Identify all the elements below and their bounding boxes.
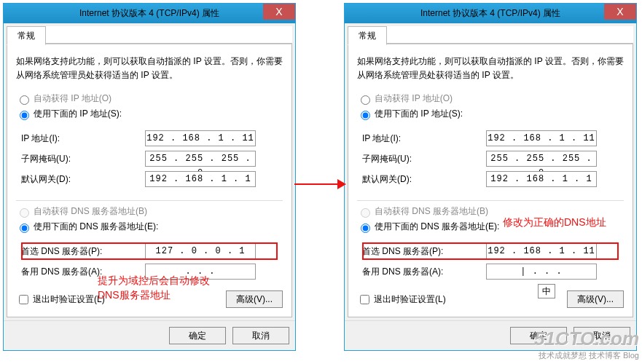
radio-auto-ip-label: 自动获得 IP 地址(O) (34, 92, 111, 105)
close-icon: X (275, 6, 282, 17)
ok-button[interactable]: 确定 (169, 327, 226, 344)
validate-checkbox[interactable] (360, 295, 369, 304)
radio-auto-dns-input (20, 208, 29, 218)
preferred-dns-row-highlight: 首选 DNS 服务器(P): 192 . 168 . 1 . 11 (362, 242, 619, 260)
validate-label: 退出时验证设置(L) (374, 293, 446, 306)
radio-auto-dns-label: 自动获得 DNS 服务器地址(B) (34, 205, 147, 218)
radio-auto-dns-input (361, 208, 370, 218)
dialog-footer: 确定 取消 (4, 320, 295, 350)
validate-checkbox[interactable] (19, 295, 28, 304)
close-button[interactable]: X (604, 4, 636, 20)
radio-manual-ip[interactable]: 使用下面的 IP 地址(S): (16, 108, 283, 120)
subnet-mask-input[interactable]: 255 . 255 . 255 . 0 (145, 151, 256, 167)
radio-manual-ip-input[interactable] (361, 111, 370, 120)
ip-address-input[interactable]: 192 . 168 . 1 . 11 (145, 130, 256, 146)
default-gateway-label: 默认网关(D): (362, 173, 486, 186)
description-text: 如果网络支持此功能，则可以获取自动指派的 IP 设置。否则，你需要从网络系统管理… (16, 55, 283, 82)
titlebar[interactable]: Internet 协议版本 4 (TCP/IPv4) 属性 X (4, 4, 295, 23)
ip-address-label: IP 地址(I): (362, 132, 486, 145)
radio-auto-ip[interactable]: 自动获得 IP 地址(O) (357, 92, 624, 105)
watermark-tagline: 技术成就梦想 技术博客 Blog (534, 350, 639, 361)
radio-manual-dns-input[interactable] (20, 223, 29, 233)
radio-manual-ip-input[interactable] (20, 111, 29, 120)
radio-manual-dns-label: 使用下面的 DNS 服务器地址(E): (34, 221, 158, 233)
preferred-dns-label: 首选 DNS 服务器(P): (21, 245, 145, 258)
alternate-dns-label: 备用 DNS 服务器(A): (362, 266, 486, 278)
tab-strip: 常规 (348, 26, 633, 44)
preferred-dns-row-highlight: 首选 DNS 服务器(P): 127 . 0 . 0 . 1 (21, 242, 278, 260)
radio-manual-ip-label: 使用下面的 IP 地址(S): (375, 108, 463, 120)
advanced-button[interactable]: 高级(V)... (226, 290, 283, 308)
subnet-mask-label: 子网掩码(U): (362, 153, 486, 165)
radio-auto-ip-input[interactable] (20, 95, 29, 105)
arrow-icon (294, 183, 344, 185)
window-title: Internet 协议版本 4 (TCP/IPv4) 属性 (4, 4, 295, 23)
close-button[interactable]: X (263, 4, 295, 20)
preferred-dns-input[interactable]: 127 . 0 . 0 . 1 (145, 243, 256, 259)
radio-manual-ip-label: 使用下面的 IP 地址(S): (34, 108, 122, 120)
radio-auto-ip-input[interactable] (361, 95, 370, 105)
radio-manual-ip[interactable]: 使用下面的 IP 地址(S): (357, 108, 624, 120)
default-gateway-input[interactable]: 192 . 168 . 1 . 1 (486, 171, 597, 187)
titlebar[interactable]: Internet 协议版本 4 (TCP/IPv4) 属性 X (345, 4, 636, 23)
radio-auto-dns: 自动获得 DNS 服务器地址(B) (16, 205, 283, 218)
annotation-left: 提升为域控后会自动修改 DNS服务器地址 (98, 274, 210, 302)
annotation-right: 修改为正确的DNS地址 (503, 215, 606, 230)
radio-auto-ip-label: 自动获得 IP 地址(O) (375, 92, 453, 105)
ime-indicator[interactable]: 中 (538, 284, 555, 298)
radio-auto-dns-label: 自动获得 DNS 服务器地址(B) (375, 205, 488, 218)
ip-address-label: IP 地址(I): (21, 132, 145, 145)
preferred-dns-label: 首选 DNS 服务器(P): (362, 245, 486, 258)
tcpip-properties-window-right: Internet 协议版本 4 (TCP/IPv4) 属性 X 常规 如果网络支… (344, 3, 637, 351)
dialog-body: 如果网络支持此功能，则可以获取自动指派的 IP 设置。否则，你需要从网络系统管理… (348, 44, 633, 317)
cancel-button[interactable]: 取消 (232, 327, 289, 344)
radio-manual-dns-input[interactable] (361, 223, 370, 233)
watermark: 51CTO.com 技术成就梦想 技术博客 Blog (534, 328, 639, 361)
radio-manual-dns-label: 使用下面的 DNS 服务器地址(E): (375, 221, 499, 233)
close-icon: X (616, 6, 623, 17)
alternate-dns-input[interactable]: | . . . (486, 264, 597, 280)
window-title: Internet 协议版本 4 (TCP/IPv4) 属性 (345, 4, 636, 23)
description-text: 如果网络支持此功能，则可以获取自动指派的 IP 设置。否则，你需要从网络系统管理… (357, 55, 624, 82)
subnet-mask-label: 子网掩码(U): (21, 153, 145, 165)
tab-general[interactable]: 常规 (7, 26, 46, 45)
watermark-logo: 51CTO.com (534, 328, 639, 350)
subnet-mask-input[interactable]: 255 . 255 . 255 . 0 (486, 151, 597, 167)
validate-label: 退出时验证设置(L) (33, 293, 105, 306)
tab-general[interactable]: 常规 (348, 26, 387, 45)
advanced-button[interactable]: 高级(V)... (567, 290, 624, 308)
radio-auto-ip[interactable]: 自动获得 IP 地址(O) (16, 92, 283, 105)
preferred-dns-input[interactable]: 192 . 168 . 1 . 11 (486, 243, 597, 259)
default-gateway-input[interactable]: 192 . 168 . 1 . 1 (145, 171, 256, 187)
ip-address-input[interactable]: 192 . 168 . 1 . 11 (486, 130, 597, 146)
radio-manual-dns[interactable]: 使用下面的 DNS 服务器地址(E): (16, 221, 283, 233)
default-gateway-label: 默认网关(D): (21, 173, 145, 186)
tab-strip: 常规 (7, 26, 292, 44)
